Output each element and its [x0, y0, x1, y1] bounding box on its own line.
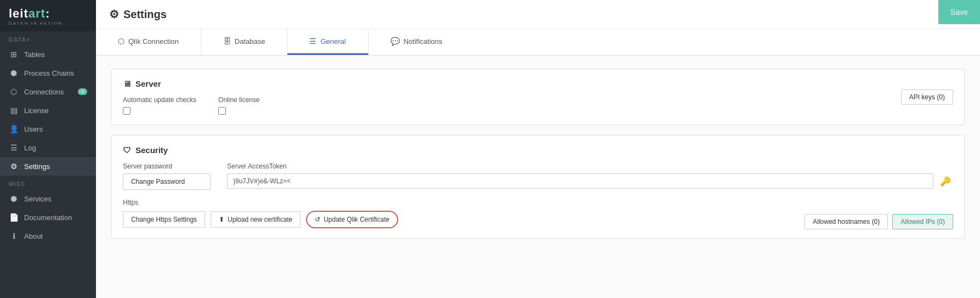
main-content: ⚙ Settings Save ⬡ Qlik Connection 🗄 Data… [96, 0, 980, 298]
online-license-label: Online license [218, 96, 259, 104]
database-tab-icon: 🗄 [223, 37, 231, 46]
update-qlik-certificate-button[interactable]: ↺ Update Qlik Certificate [306, 211, 398, 228]
sidebar-item-label: Process Chains [24, 69, 74, 77]
server-access-token-group: Server AccessToken 🔑 [227, 162, 953, 189]
sidebar-item-license[interactable]: ▤ License [0, 101, 96, 120]
settings-icon: ⚙ [9, 162, 19, 171]
security-section-title: 🛡 Security [123, 145, 953, 155]
sidebar-item-process-chains[interactable]: ⬢ Process Chains [0, 64, 96, 82]
section-label-misc: MISC [0, 176, 96, 189]
auto-update-checkbox[interactable] [123, 107, 131, 115]
sidebar-item-label: Log [24, 144, 36, 152]
server-options-row: Automatic update checks Online license [123, 96, 953, 115]
auto-update-checkbox-wrap [123, 107, 196, 115]
auto-update-group: Automatic update checks [123, 96, 196, 115]
sidebar-item-services[interactable]: ⬢ Services [0, 189, 96, 208]
logo-text: leitart: [9, 8, 87, 20]
logo-sub: Daten in Aktion [9, 21, 87, 26]
access-token-row: 🔑 [227, 173, 953, 189]
upload-icon: ⬆ [219, 216, 224, 223]
server-section: 🖥 Server Automatic update checks Online … [111, 69, 965, 125]
sidebar-item-documentation[interactable]: 📄 Documentation [0, 208, 96, 227]
tabs: ⬡ Qlik Connection 🗄 Database ☰ General 💬… [96, 29, 980, 55]
sidebar-item-tables[interactable]: ⊞ Tables [0, 45, 96, 64]
license-icon: ▤ [9, 106, 19, 115]
access-token-input[interactable] [227, 173, 933, 189]
table-icon: ⊞ [9, 50, 19, 59]
security-section: 🛡 Security Server password Change Passwo… [111, 135, 965, 239]
log-icon: ☰ [9, 143, 19, 152]
change-https-button[interactable]: Change Https Settings [123, 211, 205, 228]
save-button[interactable]: Save [938, 0, 980, 24]
services-icon: ⬢ [9, 194, 19, 203]
connections-icon: ⬡ [9, 87, 19, 96]
key-icon-button[interactable]: 🔑 [938, 174, 953, 189]
allowed-hostnames-button[interactable]: Allowed hostnames (0) [805, 214, 888, 229]
server-password-group: Server password Change Password [123, 162, 211, 190]
sidebar-item-connections[interactable]: ⬡ Connections 0 [0, 82, 96, 101]
online-license-checkbox-wrap [218, 107, 259, 115]
tab-database[interactable]: 🗄 Database [201, 29, 288, 55]
server-icon: 🖥 [123, 79, 131, 88]
update-icon: ↺ [315, 216, 320, 223]
top-bar: ⚙ Settings Save [96, 0, 980, 29]
https-label: Https [123, 199, 953, 206]
sidebar-item-label: Services [24, 195, 52, 203]
sidebar-item-settings[interactable]: ⚙ Settings [0, 157, 96, 176]
content-area: 🖥 Server Automatic update checks Online … [96, 55, 980, 298]
sidebar-item-log[interactable]: ☰ Log [0, 138, 96, 157]
sidebar-item-label: About [24, 232, 43, 240]
tab-notifications[interactable]: 💬 Notifications [369, 29, 464, 55]
connections-badge: 0 [78, 88, 87, 95]
api-keys-button[interactable]: API keys (0) [901, 89, 953, 105]
sidebar-item-label: Connections [24, 88, 64, 96]
sidebar-item-users[interactable]: 👤 Users [0, 120, 96, 138]
sidebar-item-label: Users [24, 125, 43, 133]
users-icon: 👤 [9, 125, 19, 133]
page-title: ⚙ Settings [109, 8, 167, 21]
sidebar-item-label: Tables [24, 50, 45, 59]
sidebar-logo: leitart: Daten in Aktion [0, 0, 96, 31]
server-access-token-label: Server AccessToken [227, 162, 953, 170]
online-license-checkbox[interactable] [218, 107, 226, 115]
process-chains-icon: ⬢ [9, 69, 19, 77]
sidebar-item-label: Documentation [24, 213, 72, 222]
sidebar: leitart: Daten in Aktion DATA+ ⊞ Tables … [0, 0, 96, 298]
upload-certificate-button[interactable]: ⬆ Upload new certificate [211, 211, 301, 228]
notifications-tab-icon: 💬 [390, 37, 400, 46]
section-label-data-plus: DATA+ [0, 31, 96, 45]
qlik-connection-tab-icon: ⬡ [118, 37, 124, 46]
security-row: Server password Change Password Server A… [123, 162, 953, 190]
tab-general[interactable]: ☰ General [287, 29, 368, 55]
allowed-ips-button[interactable]: Allowed IPs (0) [892, 214, 953, 229]
server-password-label: Server password [123, 162, 211, 170]
documentation-icon: 📄 [9, 213, 19, 222]
sidebar-item-label: Settings [24, 162, 50, 171]
auto-update-label: Automatic update checks [123, 96, 196, 104]
server-section-title: 🖥 Server [123, 79, 953, 88]
security-icon: 🛡 [123, 145, 131, 155]
sidebar-item-label: License [24, 106, 49, 115]
general-tab-icon: ☰ [309, 37, 316, 46]
about-icon: ℹ [9, 232, 19, 240]
allowed-buttons: Allowed hostnames (0) Allowed IPs (0) [805, 214, 953, 229]
sidebar-item-about[interactable]: ℹ About [0, 227, 96, 245]
change-password-button[interactable]: Change Password [123, 173, 211, 190]
tab-qlik-connection[interactable]: ⬡ Qlik Connection [96, 29, 201, 55]
online-license-group: Online license [218, 96, 259, 115]
page-title-icon: ⚙ [109, 8, 119, 21]
